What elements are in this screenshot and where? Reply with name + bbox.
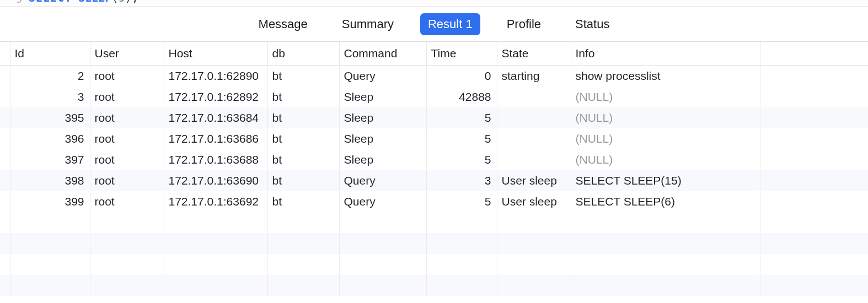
cell-command[interactable]: Sleep [339,149,426,170]
row-gutter[interactable] [0,170,10,191]
cell-command[interactable]: Sleep [339,107,426,128]
cell-user[interactable]: root [90,86,164,107]
cell-info[interactable]: SELECT SLEEP(15) [571,170,760,191]
sql-editor-line[interactable]: 5 SELECT SLEEP(9); [0,0,868,7]
cell-command[interactable]: Sleep [339,128,426,149]
cell-db[interactable]: bt [267,170,339,191]
cell-id[interactable]: 2 [10,66,90,86]
cell-state[interactable] [497,107,571,128]
row-gutter[interactable] [0,191,10,212]
cell-db[interactable]: bt [267,107,339,128]
row-gutter[interactable] [0,66,10,86]
cell-state[interactable]: User sleep [497,170,571,191]
table-row[interactable]: 398root172.17.0.1:63690btQuery3User slee… [0,170,868,191]
cell-info[interactable]: show processlist [571,66,760,86]
cell-host[interactable]: 172.17.0.1:63684 [164,107,267,128]
cell-command[interactable]: Sleep [339,86,426,107]
cell-user[interactable]: root [90,170,164,191]
cell-user[interactable]: root [90,191,164,212]
cell-time[interactable]: 5 [426,191,497,212]
cell-db[interactable]: bt [267,128,339,149]
cell-command[interactable]: Query [339,170,426,191]
cell-end[interactable] [760,191,868,212]
col-user[interactable]: User [90,42,164,66]
table-row[interactable]: 397root172.17.0.1:63688btSleep5(NULL) [0,149,868,170]
cell-info[interactable]: SELECT SLEEP(6) [571,191,760,212]
col-db[interactable]: db [267,42,339,66]
row-gutter[interactable] [0,128,10,149]
cell-info[interactable]: (NULL) [571,149,760,170]
cell-empty [10,212,90,233]
cell-user[interactable]: root [90,128,164,149]
cell-info[interactable]: (NULL) [571,107,760,128]
cell-db[interactable]: bt [267,191,339,212]
cell-state[interactable] [497,86,571,107]
cell-end[interactable] [760,66,868,86]
cell-end[interactable] [760,86,868,107]
tab-message[interactable]: Message [251,13,315,35]
cell-time[interactable]: 5 [426,149,497,170]
cell-empty [339,233,426,254]
tab-summary[interactable]: Summary [334,13,401,35]
cell-db[interactable]: bt [267,66,339,86]
table-row[interactable]: 3root172.17.0.1:62892btSleep42888(NULL) [0,86,868,107]
cell-id[interactable]: 397 [10,149,90,170]
cell-id[interactable]: 398 [10,170,90,191]
cell-db[interactable]: bt [267,149,339,170]
cell-time[interactable]: 42888 [426,86,497,107]
col-id[interactable]: Id [10,42,90,66]
cell-db[interactable]: bt [267,86,339,107]
cell-user[interactable]: root [90,107,164,128]
tab-status[interactable]: Status [567,13,617,35]
col-info[interactable]: Info [571,42,760,66]
cell-end[interactable] [760,170,868,191]
row-gutter[interactable] [0,149,10,170]
cell-info[interactable]: (NULL) [571,128,760,149]
col-host[interactable]: Host [164,42,267,66]
cell-id[interactable]: 395 [10,107,90,128]
cell-empty [0,233,10,254]
row-gutter[interactable] [0,107,10,128]
cell-time[interactable]: 0 [426,66,497,86]
cell-end[interactable] [760,128,868,149]
cell-id[interactable]: 399 [10,191,90,212]
cell-end[interactable] [760,107,868,128]
cell-state[interactable]: User sleep [497,191,571,212]
cell-host[interactable]: 172.17.0.1:62890 [164,66,267,86]
cell-empty [164,275,267,296]
cell-empty [164,233,267,254]
col-command[interactable]: Command [339,42,426,66]
cell-host[interactable]: 172.17.0.1:63690 [164,170,267,191]
table-row-empty [0,275,868,296]
cell-command[interactable]: Query [339,66,426,86]
tab-profile[interactable]: Profile [499,13,549,35]
col-state[interactable]: State [497,42,571,66]
cell-time[interactable]: 3 [426,170,497,191]
cell-info[interactable]: (NULL) [571,86,760,107]
row-gutter[interactable] [0,86,10,107]
cell-user[interactable]: root [90,149,164,170]
cell-user[interactable]: root [90,66,164,86]
cell-id[interactable]: 3 [10,86,90,107]
cell-command[interactable]: Query [339,191,426,212]
cell-time[interactable]: 5 [426,128,497,149]
result-grid[interactable]: Id User Host db Command Time State Info … [0,42,868,296]
table-row[interactable]: 399root172.17.0.1:63692btQuery5User slee… [0,191,868,212]
cell-id[interactable]: 396 [10,128,90,149]
cell-state[interactable]: starting [497,66,571,86]
table-row[interactable]: 2root172.17.0.1:62890btQuery0startingsho… [0,66,868,86]
cell-state[interactable] [497,149,571,170]
tab-result-1[interactable]: Result 1 [420,13,480,35]
table-row[interactable]: 395root172.17.0.1:63684btSleep5(NULL) [0,107,868,128]
cell-time[interactable]: 5 [426,107,497,128]
cell-host[interactable]: 172.17.0.1:63688 [164,149,267,170]
cell-host[interactable]: 172.17.0.1:62892 [164,86,267,107]
editor-code[interactable]: SELECT SLEEP(9); [29,0,138,3]
cell-empty [267,233,339,254]
table-row[interactable]: 396root172.17.0.1:63686btSleep5(NULL) [0,128,868,149]
cell-state[interactable] [497,128,571,149]
col-time[interactable]: Time [426,42,497,66]
cell-end[interactable] [760,149,868,170]
cell-host[interactable]: 172.17.0.1:63692 [164,191,267,212]
cell-host[interactable]: 172.17.0.1:63686 [164,128,267,149]
